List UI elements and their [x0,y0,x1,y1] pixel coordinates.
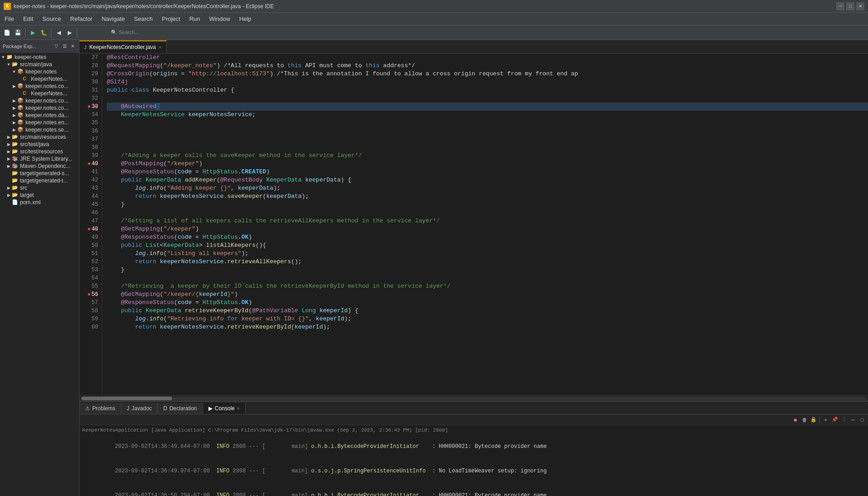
menu-edit[interactable]: Edit [19,13,38,25]
maximize-button[interactable]: □ [846,2,854,10]
code-line-45[interactable]: } [107,201,868,209]
sidebar-collapse-btn[interactable]: ▽ [53,43,60,50]
tree-item[interactable]: ▶📂src/test/java [0,141,79,148]
code-line-46[interactable] [107,209,868,217]
tree-item[interactable]: CKeeperNotes... [0,75,79,83]
bottom-tab-javadoc[interactable]: J Javadoc [121,403,158,414]
console-minimize-btn[interactable]: ─ [849,416,857,424]
console-menu-btn[interactable]: ⋮ [840,416,848,424]
console-new-btn[interactable]: + [822,416,830,424]
tree-item[interactable]: ▶📦keeper.notes.en... [0,119,79,126]
tree-item[interactable]: ▶📦keeper.notes.co... [0,83,79,90]
tree-item[interactable]: ▼📦keeper.notes [0,68,79,75]
menu-refactor[interactable]: Refactor [66,13,97,25]
close-button[interactable]: ✕ [856,2,864,10]
bottom-tab-problems[interactable]: ⚠ Problems [79,403,121,414]
tree-item[interactable]: 📂target/generated-t... [0,177,79,184]
tree-icon: 📂 [12,134,19,140]
tree-item[interactable]: ▶📦keeper.notes.co... [0,97,79,104]
horizontal-scrollbar[interactable] [79,395,868,401]
tree-item[interactable]: CKeeperNotes... [0,90,79,97]
tree-item[interactable]: ▼📁keeper-notes [0,54,79,61]
code-line-29[interactable]: @CrossOrigin(origins = "http://localhost… [107,70,868,78]
console-scroll-lock-btn[interactable]: 🔒 [809,416,818,424]
tree-item-label: keeper.notes.co... [25,83,69,89]
code-line-44[interactable]: return keeperNotesService.saveKeeper(kee… [107,192,868,201]
code-line-41[interactable]: @ResponseStatus(code = HttpStatus.CREATE… [107,168,868,176]
code-line-34[interactable]: KeeperNotesService keeperNotesService; [107,111,868,119]
code-line-57[interactable]: @ResponseStatus(code = HttpStatus.OK) [107,299,868,307]
tab-close-button[interactable]: × [159,44,161,50]
console-pin-btn[interactable]: 📌 [831,416,839,424]
tree-item[interactable]: ▶📦keeper.notes.da... [0,112,79,119]
code-line-32[interactable] [107,94,868,103]
debug-button[interactable]: 🐛 [39,28,49,38]
code-line-39[interactable]: /*Adding a keeper calls the saveKeeper m… [107,152,868,160]
sidebar-menu-btn[interactable]: ☰ [61,43,68,50]
forward-button[interactable]: ▶ [64,28,74,38]
code-line-55[interactable]: /*Retrieving a keeper by their ID calls … [107,282,868,290]
tree-item[interactable]: ▶📂src [0,184,79,192]
code-line-60[interactable]: return keeperNotesService.retrieveKeeper… [107,323,868,331]
code-line-28[interactable]: @RequestMapping("/keeper_notes") /*All r… [107,62,868,70]
menu-search[interactable]: Search [129,13,157,25]
new-button[interactable]: 📄 [2,28,12,38]
menu-file[interactable]: File [0,13,19,25]
console-maximize-btn[interactable]: □ [858,416,866,424]
menu-run[interactable]: Run [185,13,205,25]
bottom-tab-console[interactable]: ▶ Console × [203,403,246,414]
code-editor[interactable]: 272829303132●33343536373839●404142434445… [79,54,868,395]
tree-item[interactable]: 📄pom.xml [0,199,79,206]
code-line-49[interactable]: @ResponseStatus(code = HttpStatus.OK) [107,233,868,241]
code-line-50[interactable]: public List<KeeperData> listAllKeepers()… [107,241,868,250]
tree-item[interactable]: ▶📂src/main/resources [0,133,79,141]
code-line-38[interactable] [107,143,868,152]
tree-item[interactable]: ▶📦keeper.notes.se... [0,126,79,133]
search-bar[interactable]: 🔍 Search... [79,28,170,38]
console-close-btn[interactable]: × [237,406,240,411]
code-line-59[interactable]: log.info("Retrieving info for keeper wit… [107,315,868,323]
code-line-31[interactable]: public class KeeperNotesController { [107,86,868,94]
code-content[interactable]: @RestController@RequestMapping("/keeper_… [102,54,868,395]
minimize-button[interactable]: ─ [836,2,844,10]
code-line-33[interactable]: @Autowired [107,103,868,111]
code-line-47[interactable]: /*Getting a list of all keepers calls th… [107,217,868,225]
menu-project[interactable]: Project [157,13,184,25]
tree-item[interactable]: ▶📚JRE System Library... [0,155,79,162]
code-line-35[interactable] [107,119,868,127]
save-button[interactable]: 💾 [13,28,23,38]
tree-item[interactable]: ▶📂target [0,192,79,199]
code-line-48[interactable]: @GetMapping("/keeper") [107,225,868,233]
code-line-43[interactable]: log.info("Adding keeper {}", keeperData)… [107,184,868,192]
code-line-51[interactable]: log.info("Listing all keepers"); [107,250,868,258]
tree-arrow: ▶ [11,84,17,88]
code-line-37[interactable] [107,135,868,143]
tree-item[interactable]: ▼📂src/main/java [0,61,79,68]
menu-help[interactable]: Help [235,13,256,25]
editor-tab-active[interactable]: J KeeperNotesController.java × [79,40,167,53]
code-line-54[interactable] [107,274,868,282]
code-line-53[interactable]: } [107,266,868,274]
bottom-tab-declaration[interactable]: D Declaration [158,403,203,414]
run-button[interactable]: ▶ [28,28,38,38]
code-line-30[interactable]: @Slf4j [107,78,868,86]
console-clear-btn[interactable]: 🗑 [800,416,808,424]
tree-item[interactable]: ▶📦keeper.notes.co... [0,104,79,112]
code-line-56[interactable]: @GetMapping("/keeper/{keeperId}") [107,290,868,299]
code-line-40[interactable]: @PostMapping("/keeper") [107,160,868,168]
code-line-52[interactable]: return keeperNotesService.retrieveAllKee… [107,258,868,266]
code-line-58[interactable]: public KeeperData retrieveKeeperById(@Pa… [107,307,868,315]
tab-java-icon: J [84,44,87,50]
code-line-42[interactable]: public KeeperData addKeeper(@RequestBody… [107,176,868,184]
back-button[interactable]: ◀ [54,28,64,38]
menu-window[interactable]: Window [205,13,235,25]
menu-source[interactable]: Source [38,13,65,25]
sidebar-close-btn[interactable]: ✕ [69,43,76,50]
tree-item[interactable]: 📂target/generated-s... [0,170,79,177]
tree-item[interactable]: ▶📚Maven Dependenc... [0,162,79,170]
console-stop-btn[interactable]: ■ [791,416,799,424]
tree-item[interactable]: ▶📂src/test/resources [0,148,79,155]
code-line-36[interactable] [107,127,868,135]
code-line-27[interactable]: @RestController [107,54,868,62]
menu-navigate[interactable]: Navigate [97,13,129,25]
